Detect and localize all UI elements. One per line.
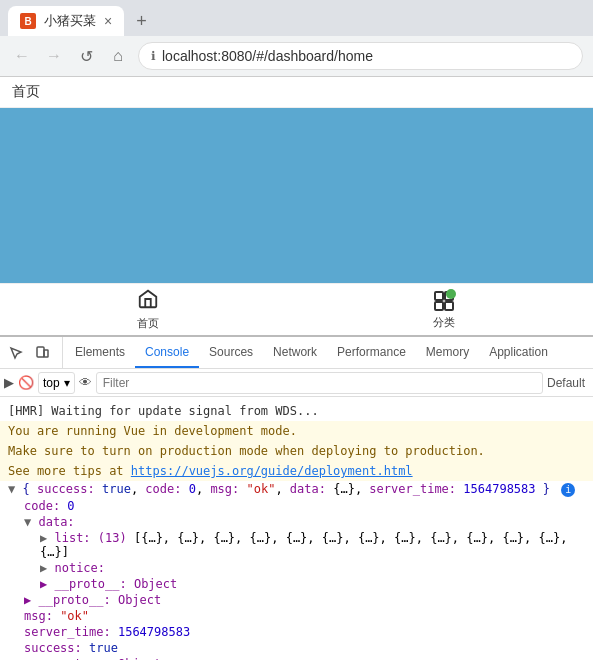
console-code-line: code: 0 bbox=[0, 498, 593, 514]
svg-rect-2 bbox=[435, 302, 443, 310]
hero-area bbox=[0, 108, 593, 283]
home-icon bbox=[137, 288, 159, 314]
console-ban-button[interactable]: 🚫 bbox=[18, 375, 34, 390]
url-text: localhost:8080/#/dashboard/home bbox=[162, 48, 373, 64]
console-toolbar: ▶ 🚫 top ▾ 👁 Default bbox=[0, 369, 593, 397]
home-button[interactable]: ⌂ bbox=[106, 44, 130, 68]
tab-bar: B 小猪买菜 × + bbox=[0, 0, 593, 36]
tab-favicon: B bbox=[20, 13, 36, 29]
console-line-tips-warning: See more tips at https://vuejs.org/guide… bbox=[0, 461, 593, 481]
bottom-nav-bar: 首页 分类 bbox=[0, 283, 593, 335]
context-chevron-icon: ▾ bbox=[64, 376, 70, 390]
object-info-icon: i bbox=[561, 483, 575, 497]
console-line-vue-warning: You are running Vue in development mode. bbox=[0, 421, 593, 441]
address-bar: ← → ↺ ⌂ ℹ localhost:8080/#/dashboard/hom… bbox=[0, 36, 593, 76]
active-tab[interactable]: B 小猪买菜 × bbox=[8, 6, 124, 36]
list-expand-arrow[interactable]: ▶ bbox=[40, 531, 47, 545]
back-button[interactable]: ← bbox=[10, 44, 34, 68]
category-nav-label: 分类 bbox=[433, 315, 455, 330]
console-proto2-line: ▶ __proto__: Object bbox=[0, 592, 593, 608]
inspect-element-button[interactable] bbox=[4, 341, 28, 365]
tab-network[interactable]: Network bbox=[263, 337, 327, 368]
console-msg-line: msg: "ok" bbox=[0, 608, 593, 624]
context-value: top bbox=[43, 376, 60, 390]
device-toolbar-button[interactable] bbox=[30, 341, 54, 365]
data-expand-arrow[interactable]: ▼ bbox=[24, 515, 31, 529]
vue-deployment-link[interactable]: https://vuejs.org/guide/deployment.html bbox=[131, 464, 413, 478]
forward-button[interactable]: → bbox=[42, 44, 66, 68]
svg-rect-5 bbox=[44, 350, 48, 357]
svg-rect-0 bbox=[435, 292, 443, 300]
home-nav-label: 首页 bbox=[137, 316, 159, 331]
console-line-hmr: [HMR] Waiting for update signal from WDS… bbox=[0, 401, 593, 421]
refresh-button[interactable]: ↺ bbox=[74, 44, 98, 68]
bottom-nav-home[interactable]: 首页 bbox=[137, 288, 159, 331]
category-icon bbox=[432, 289, 456, 313]
devtools-toolbar-left bbox=[4, 337, 63, 368]
home-link[interactable]: 首页 bbox=[12, 83, 40, 99]
svg-rect-4 bbox=[37, 347, 44, 357]
devtools-toolbar: Elements Console Sources Network Perform… bbox=[0, 337, 593, 369]
console-proto1-line: ▶ __proto__: Object bbox=[0, 576, 593, 592]
tab-performance[interactable]: Performance bbox=[327, 337, 416, 368]
context-selector[interactable]: top ▾ bbox=[38, 372, 75, 394]
console-data-expand: ▼ data: bbox=[0, 514, 593, 530]
console-clear-button[interactable]: ▶ bbox=[4, 375, 14, 390]
tab-title: 小猪买菜 bbox=[44, 12, 96, 30]
console-list-line: ▶ list: (13) [{…}, {…}, {…}, {…}, {…}, {… bbox=[0, 530, 593, 560]
console-filter-input[interactable] bbox=[96, 372, 543, 394]
tab-elements[interactable]: Elements bbox=[65, 337, 135, 368]
tab-close-button[interactable]: × bbox=[104, 14, 112, 28]
console-server-time-line: server_time: 1564798583 bbox=[0, 624, 593, 640]
console-object-root: ▼ { success: true, code: 0, msg: "ok", d… bbox=[0, 481, 593, 498]
new-tab-button[interactable]: + bbox=[130, 11, 153, 32]
page-content: 首页 首页 bbox=[0, 77, 593, 335]
console-proto3-line: ▶ __proto__: Object bbox=[0, 656, 593, 660]
tab-application[interactable]: Application bbox=[479, 337, 558, 368]
devtools-panel: Elements Console Sources Network Perform… bbox=[0, 335, 593, 660]
console-line-production-warning: Make sure to turn on production mode whe… bbox=[0, 441, 593, 461]
console-eye-button[interactable]: 👁 bbox=[79, 375, 92, 390]
top-nav: 首页 bbox=[0, 77, 593, 108]
bottom-nav-category[interactable]: 分类 bbox=[432, 289, 456, 330]
svg-rect-3 bbox=[445, 302, 453, 310]
browser-chrome: B 小猪买菜 × + ← → ↺ ⌂ ℹ localhost:8080/#/da… bbox=[0, 0, 593, 77]
tab-memory[interactable]: Memory bbox=[416, 337, 479, 368]
notice-expand-arrow[interactable]: ▶ bbox=[40, 561, 47, 575]
console-notice-line: ▶ notice: bbox=[0, 560, 593, 576]
url-bar[interactable]: ℹ localhost:8080/#/dashboard/home bbox=[138, 42, 583, 70]
console-success-line: success: true bbox=[0, 640, 593, 656]
devtools-tabs: Elements Console Sources Network Perform… bbox=[65, 337, 558, 368]
tab-sources[interactable]: Sources bbox=[199, 337, 263, 368]
tab-console[interactable]: Console bbox=[135, 337, 199, 368]
console-default-label: Default bbox=[547, 376, 589, 390]
lock-icon: ℹ bbox=[151, 49, 156, 63]
object-expand-arrow[interactable]: ▼ bbox=[8, 482, 15, 496]
console-output: [HMR] Waiting for update signal from WDS… bbox=[0, 397, 593, 660]
